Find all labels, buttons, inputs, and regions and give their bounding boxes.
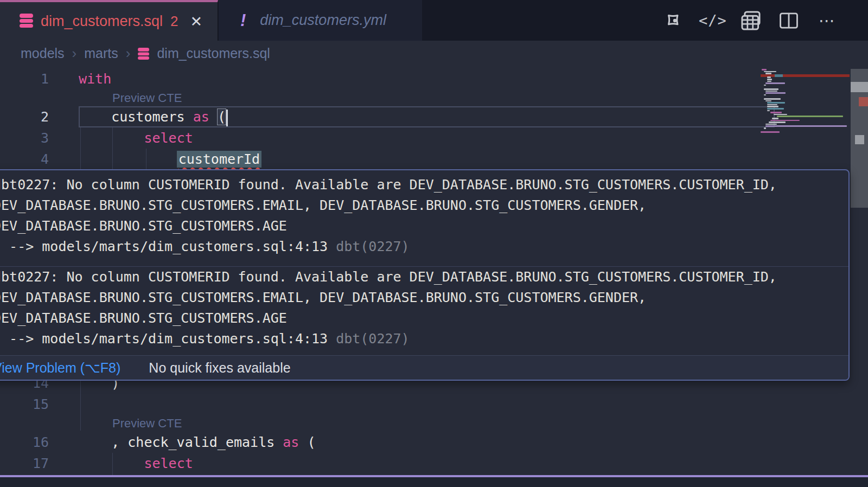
minimap[interactable] [761,69,850,134]
more-actions-icon[interactable]: ⋯ [815,9,839,33]
code-segment: , check_valid_emails [79,434,283,450]
no-quick-fixes-label: No quick fixes available [149,360,290,376]
error-token: customerId [177,151,262,168]
minimap-error-line [761,74,850,77]
error-message-line: dbt0227: No column CUSTOMERID found. Ava… [0,267,839,287]
close-icon[interactable]: ✕ [190,13,203,30]
text-cursor [226,110,228,126]
minimap-line [762,69,767,71]
error-message-line: --> models/marts/dim_customers.sql:4:13 … [0,329,839,349]
code-segment: select [144,130,193,146]
code-line-4[interactable]: 4 customerId [0,149,760,170]
error-message-line: dbt0227: No column CUSTOMERID found. Ava… [0,175,839,195]
minimap-line [769,121,786,123]
code-text: select [79,127,193,149]
line-number: 3 [0,127,49,149]
error-text: DEV_DATABASE.BRUNO.STG_CUSTOMERS.EMAIL, … [0,197,646,213]
minimap-line [770,112,782,113]
minimap-line [764,71,776,73]
breadcrumb: models › marts › dim_customers.sql [21,41,270,66]
error-code-ref: dbt(0227) [336,239,409,254]
tab-label: dim_customers.sql [41,13,163,30]
error-text: DEV_DATABASE.BRUNO.STG_CUSTOMERS.EMAIL, … [0,290,646,305]
error-message-line: DEV_DATABASE.BRUNO.STG_CUSTOMERS.EMAIL, … [0,287,839,308]
tab-dim-customers-yml[interactable]: ! dim_customers.yml [219,0,422,41]
chevron-right-icon: › [72,45,77,62]
minimap-line [767,106,778,107]
error-code-ref: dbt(0227) [336,331,409,347]
code-segment [79,151,177,167]
dbt-icon[interactable] [663,9,687,33]
overview-ruler-mark [855,135,864,144]
minimap-line [765,82,785,84]
hover-status-bar: View Problem (⌥F8) No quick fixes availa… [0,355,848,380]
view-problem-link[interactable]: View Problem (⌥F8) [0,360,120,376]
minimap-line [767,104,777,106]
chevron-right-icon: › [126,45,131,62]
line-number: 16 [0,432,49,453]
query-results-icon[interactable] [739,9,763,33]
code-line-2[interactable]: 2 customers as ( [0,106,760,127]
error-message-line: DEV_DATABASE.BRUNO.STG_CUSTOMERS.AGE [0,308,839,329]
code-segment: customers [79,109,193,125]
minimap-line [767,108,784,110]
breadcrumb-file[interactable]: dim_customers.sql [157,46,270,61]
minimap-line [764,98,781,100]
error-text: DEV_DATABASE.BRUNO.STG_CUSTOMERS.AGE [0,310,287,326]
minimap-line [765,92,786,94]
code-segment [79,130,144,146]
overview-ruler-mark [851,82,868,92]
breadcrumb-models[interactable]: models [21,46,65,61]
code-segment: select [144,456,193,471]
compile-code-icon[interactable]: </> [701,9,725,33]
code-line-16[interactable]: 16 , check_valid_emails as ( [0,432,760,453]
error-message-line: --> models/marts/dim_customers.sql:4:13 … [0,236,839,257]
codelens-preview-cte[interactable]: Preview CTE [112,89,182,106]
minimap-line [764,94,766,96]
code-segment [209,109,218,125]
split-editor-icon[interactable] [777,9,801,33]
minimap-line [765,100,771,102]
error-text: --> models/marts/dim_customers.sql:4:13 [0,331,336,347]
scrollbar[interactable] [851,0,868,487]
error-text: dbt0227: No column CUSTOMERID found. Ava… [0,269,777,285]
error-text: DEV_DATABASE.BRUNO.STG_CUSTOMERS.AGE [0,218,287,234]
line-number: 1 [0,68,49,89]
overview-ruler-error-mark [859,97,868,106]
error-message-line: DEV_DATABASE.BRUNO.STG_CUSTOMERS.EMAIL, … [0,195,839,216]
code-text: with [79,68,111,89]
error-text: --> models/marts/dim_customers.sql:4:13 [0,239,336,254]
minimap-line [765,125,847,127]
minimap-line [770,120,800,121]
minimap-line [774,114,787,116]
error-hover: dbt0227: No column CUSTOMERID found. Ava… [0,169,850,381]
tab-label: dim_customers.yml [260,12,386,29]
error-text: dbt0227: No column CUSTOMERID found. Ava… [0,177,777,193]
minimap-line [764,85,766,86]
code-segment: with [79,71,111,87]
error-message-line: DEV_DATABASE.BRUNO.STG_CUSTOMERS.AGE [0,216,839,236]
tab-problem-badge: 2 [170,13,178,30]
editor-toolbar: </> ⋯ [663,0,839,41]
minimap-line [767,81,771,82]
minimap-line [767,102,785,104]
codelens-preview-cte[interactable]: Preview CTE [112,415,182,432]
code-line-3[interactable]: 3 select [0,127,760,149]
tab-dim-customers-sql[interactable]: dim_customers.sql 2 ✕ [0,0,218,41]
tab-bar: dim_customers.sql 2 ✕ ! dim_customers.ym… [0,0,868,41]
code-line-17[interactable]: 17 select [0,453,760,474]
minimap-line [764,127,766,129]
breadcrumb-marts[interactable]: marts [84,46,118,61]
minimap-line [765,124,777,125]
code-text: , check_valid_emails as ( [79,432,316,453]
code-line-1[interactable]: 1with [0,68,760,89]
panel-sash[interactable] [0,475,868,477]
database-icon [20,13,33,30]
minimap-line [767,76,771,78]
code-segment: as [193,109,209,125]
minimap-line [767,110,770,112]
minimap-line [761,131,780,133]
minimap-line [777,116,843,117]
code-line-15[interactable]: 15 [0,394,760,415]
minimap-line [772,118,778,119]
